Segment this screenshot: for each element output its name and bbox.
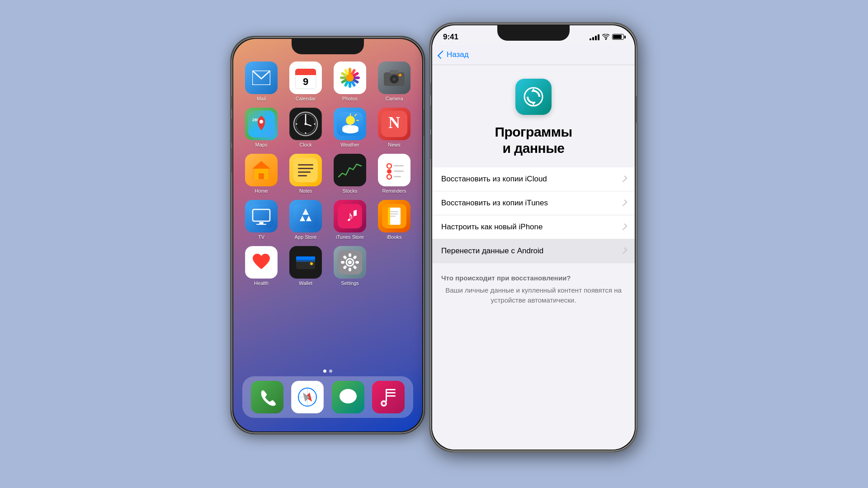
app-health[interactable]: Health [242, 246, 280, 286]
svg-rect-65 [259, 222, 264, 224]
app-settings[interactable]: Settings [331, 246, 369, 286]
app-notes[interactable]: Notes [287, 154, 325, 194]
menu-item-itunes-label: Восстановить из копии iTunes [441, 199, 548, 208]
svg-rect-88 [349, 268, 351, 271]
app-mail[interactable]: Mail [242, 62, 280, 101]
dock-messages[interactable] [332, 381, 364, 413]
svg-marker-111 [531, 102, 536, 105]
restore-app-icon [515, 79, 552, 115]
wifi-icon [602, 34, 609, 40]
dock-safari[interactable] [291, 381, 324, 413]
left-notch [292, 39, 364, 54]
app-tv[interactable]: TV [242, 200, 280, 240]
side-button-left-vol-down [231, 148, 232, 173]
app-photos[interactable]: Photos [331, 62, 369, 101]
svg-rect-54 [298, 175, 307, 176]
page-title-line2: и данные [502, 141, 564, 156]
app-itunesstore[interactable]: ♪ iTunes Store [331, 200, 369, 240]
svg-rect-102 [386, 389, 396, 390]
home-icon [245, 154, 278, 186]
stocks-label: Stocks [342, 188, 357, 194]
svg-rect-62 [394, 176, 401, 177]
svg-rect-87 [349, 253, 351, 257]
menu-item-icloud[interactable]: Восстановить из копии iCloud [432, 167, 635, 191]
battery-icon [612, 34, 624, 40]
svg-point-23 [399, 74, 401, 76]
notes-icon [289, 154, 322, 186]
weather-icon [334, 108, 366, 140]
svg-rect-3 [295, 72, 316, 75]
svg-point-58 [387, 169, 392, 174]
right-phone-silent-btn [429, 82, 431, 96]
app-stocks[interactable]: Stocks [331, 154, 369, 194]
menu-item-new-iphone[interactable]: Настроить как новый iPhone [432, 215, 635, 239]
info-title: Что происходит при восстановлении? [441, 274, 626, 282]
news-label: News [388, 142, 401, 147]
menu-list: Восстановить из копии iCloud Восстановит… [432, 167, 635, 263]
signal-bars [590, 34, 599, 40]
svg-rect-56 [382, 158, 406, 182]
svg-rect-103 [386, 392, 396, 393]
app-calendar[interactable]: 9 Calendar [287, 62, 325, 101]
tv-label: TV [258, 234, 264, 240]
app-news[interactable]: N News [375, 108, 413, 147]
svg-rect-104 [386, 395, 396, 397]
page-title-section: Программы и данные [432, 124, 635, 167]
back-button[interactable]: Назад [439, 50, 469, 59]
side-button-left-silent [231, 96, 232, 109]
app-reminders[interactable]: Reminders [375, 154, 413, 194]
itunesstore-icon: ♪ [334, 200, 366, 232]
nav-bar: Назад [432, 45, 635, 65]
dock-music[interactable] [372, 381, 405, 413]
svg-rect-80 [296, 258, 315, 262]
battery-fill [613, 35, 622, 39]
phone-left-screen: Mail 9 Calendar [233, 39, 422, 431]
svg-rect-74 [390, 213, 398, 214]
calendar-label: Calendar [296, 96, 316, 101]
settings-icon [334, 246, 366, 279]
app-ibooks[interactable]: iBooks [375, 200, 413, 240]
phone-right-frame: 9:41 [429, 23, 637, 452]
back-chevron-icon [438, 51, 446, 59]
app-appstore[interactable]: App Store [287, 200, 325, 240]
mail-label: Mail [257, 96, 266, 101]
menu-item-android[interactable]: Перенести данные с Android [432, 239, 635, 263]
status-time: 9:41 [443, 33, 458, 42]
svg-text:9: 9 [303, 76, 308, 87]
calendar-icon: 9 [289, 62, 322, 94]
app-wallet[interactable]: Wallet [287, 246, 325, 286]
svg-rect-52 [298, 168, 313, 169]
photos-icon [334, 62, 366, 94]
music-dock-icon [372, 381, 405, 413]
ibooks-icon [378, 200, 410, 232]
app-weather[interactable]: Weather [331, 108, 369, 147]
svg-rect-53 [298, 171, 311, 173]
side-button-left-vol-up [231, 118, 232, 143]
app-maps[interactable]: 280 Maps [242, 108, 280, 147]
svg-rect-89 [341, 261, 344, 264]
svg-point-107 [382, 402, 385, 405]
svg-rect-90 [355, 261, 359, 264]
page-title-line1: Программы [495, 124, 572, 139]
signal-bar-1 [590, 38, 591, 40]
phone-dock [242, 376, 413, 418]
svg-rect-49 [259, 173, 264, 179]
menu-item-android-chevron [621, 247, 627, 254]
svg-point-34 [305, 132, 307, 133]
dock-phone[interactable] [251, 381, 283, 413]
svg-rect-19 [390, 70, 399, 74]
signal-bar-3 [595, 36, 597, 40]
menu-item-itunes[interactable]: Восстановить из копии iTunes [432, 191, 635, 215]
app-camera[interactable]: Camera [375, 62, 413, 101]
health-icon [245, 246, 278, 279]
app-home[interactable]: Home [242, 154, 280, 194]
restore-icon [522, 85, 545, 108]
svg-rect-9 [354, 76, 360, 79]
page-title: Программы и данные [443, 124, 624, 156]
clock-label: Clock [299, 142, 312, 147]
clock-icon-img [289, 108, 322, 140]
svg-rect-15 [340, 76, 346, 79]
menu-item-itunes-chevron [621, 199, 627, 206]
app-clock[interactable]: Clock [287, 108, 325, 147]
info-section: Что происходит при восстановлении? Ваши … [432, 263, 635, 306]
